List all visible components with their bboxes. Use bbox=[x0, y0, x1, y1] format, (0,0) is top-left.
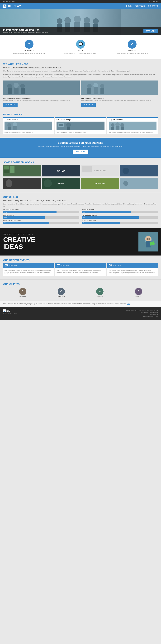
svg-rect-44 bbox=[4, 170, 9, 173]
creative-svg bbox=[138, 232, 158, 252]
skill-video-fill: 50% bbox=[82, 222, 120, 224]
svg-rect-13 bbox=[8, 88, 12, 94]
nav-portfolio[interactable]: PORTFOLIO bbox=[135, 3, 145, 9]
advice-svg-3 bbox=[109, 122, 156, 130]
svg-rect-37 bbox=[112, 127, 114, 130]
useful-advice-title: USEFUL ADVICE bbox=[3, 113, 158, 116]
advice-card-1: AEN EAN AUCTOR Litur et consecteltur edi… bbox=[3, 117, 54, 134]
work-thumb-6[interactable]: Creative Ide... bbox=[42, 178, 80, 189]
work-thumb-2[interactable]: SATLO bbox=[42, 165, 80, 176]
googleplus-icon[interactable]: g+ bbox=[153, 1, 154, 2]
svg-point-21 bbox=[94, 83, 98, 88]
svg-point-33 bbox=[66, 122, 71, 127]
nav-contacts[interactable]: CONTACTS bbox=[148, 3, 158, 9]
advice-text-3: Mauris fermentum dictum magna. Sed laore… bbox=[109, 132, 156, 133]
skill-video-label: VIDEO PRODUCTION / bbox=[82, 220, 158, 221]
twitter-icon[interactable]: t bbox=[149, 1, 150, 2]
svg-point-26 bbox=[8, 123, 11, 127]
advice-svg-1 bbox=[4, 122, 52, 130]
work-image-1 bbox=[3, 80, 80, 95]
advice-img-3 bbox=[109, 122, 156, 130]
skill-web-dev-pct: 70% bbox=[4, 212, 6, 213]
svg-rect-32 bbox=[59, 124, 63, 126]
svg-point-36 bbox=[111, 123, 114, 127]
skill-photography-track: 55% bbox=[3, 216, 79, 219]
svg-point-58 bbox=[123, 181, 128, 186]
client-comfort-name: COMFORT bbox=[58, 296, 65, 298]
skill-php: PHP DEVELOPMENT / 75% bbox=[82, 214, 158, 219]
svg-rect-22 bbox=[94, 88, 98, 94]
we-work-section: WE WORK FOR YOU! LOREM IPSUM DOLOR SIT A… bbox=[0, 60, 161, 110]
nav-home[interactable]: HOME bbox=[126, 3, 132, 9]
work-thumb-1[interactable] bbox=[3, 165, 41, 176]
svg-rect-27 bbox=[8, 127, 11, 130]
client-cambree-icon: C bbox=[19, 288, 26, 295]
thumb-label-3: MARTIN JOHNSON bbox=[94, 170, 106, 172]
strategies-label: STRATEGIES bbox=[5, 50, 53, 52]
event-month-3: APRIL 2014 bbox=[113, 265, 121, 266]
event-day-3: 08 bbox=[109, 264, 112, 267]
thumb-svg-5 bbox=[3, 178, 41, 189]
svg-point-19 bbox=[87, 84, 92, 88]
feature-success: ✔ SUCCESS Consecteltur adipiscing elit M… bbox=[106, 38, 158, 56]
event-body-2: Mauris fringilla miam dictum aliqua. Fus… bbox=[55, 268, 106, 274]
skills-col-right: GRAPHIC DESIGN / 65% PHP DEVELOPMENT / 7… bbox=[82, 209, 158, 225]
skill-mobile-label: MOBILE & WEB DESIGN / bbox=[3, 220, 79, 221]
work-images bbox=[3, 80, 158, 95]
work-col-1: MAURIS FERMENTUM DICTUM MAGNA Fusc risu,… bbox=[3, 98, 80, 106]
linkedin-icon[interactable]: in bbox=[150, 1, 152, 2]
svg-point-50 bbox=[122, 168, 129, 174]
skill-photography: PHOTOGRAPHY / 55% bbox=[3, 214, 79, 219]
event-card-2: 07 APRIL 2014 Mauris fringilla miam dict… bbox=[55, 263, 106, 276]
event-day-1: 05 bbox=[4, 264, 8, 267]
feature-support: 💬 SUPPORT Lorem ipsum dolor sit amet con… bbox=[55, 38, 106, 56]
rss-icon[interactable]: rss bbox=[156, 1, 158, 2]
skills-title: OUR SKILLS bbox=[3, 196, 158, 198]
support-desc: Lorem ipsum dolor sit amet consecteltur … bbox=[56, 52, 105, 54]
work-thumb-3[interactable]: MARTIN JOHNSON bbox=[81, 165, 119, 176]
client-writex: W WRITEX bbox=[96, 288, 104, 298]
creative-title: CREATIVE IDEAS bbox=[3, 236, 135, 250]
work-col2-title: SED LAOREET ALIQUAM LEO UTT bbox=[81, 98, 158, 99]
skill-web-dev-label: WEB DEVELOPMENT / bbox=[3, 209, 79, 210]
feature-strategies: ⚙ STRATEGIES Praesent tristique ut erat … bbox=[3, 38, 55, 56]
svg-point-14 bbox=[14, 83, 19, 88]
skill-mobile: MOBILE & WEB DESIGN / 60% bbox=[3, 220, 79, 224]
footer-email-link[interactable]: here bbox=[127, 303, 130, 304]
good-solutions-section: GOOD SOLUTIONS FOR YOUR BUSINESS Mauris … bbox=[0, 138, 161, 158]
footer-logo-box: D bbox=[3, 310, 6, 312]
event-card-3: 08 APRIL 2014 Duis sit amet, inditur lib… bbox=[108, 263, 158, 276]
skill-php-fill: 75% bbox=[82, 216, 139, 219]
advice-row: AEN EAN AUCTOR Litur et consecteltur edi… bbox=[3, 117, 158, 134]
good-solutions-cta[interactable]: READ MORE bbox=[72, 150, 88, 154]
work-thumb-8[interactable] bbox=[120, 178, 158, 189]
work-image-2 bbox=[81, 80, 158, 95]
creative-line2: IDEAS bbox=[3, 243, 23, 250]
creative-image bbox=[138, 232, 158, 252]
advice-tag-2: WIS LET URNA LIQU bbox=[56, 119, 104, 120]
checkmark-icon: ✔ bbox=[128, 40, 136, 48]
work-thumb-7[interactable]: Utah National Uni bbox=[81, 178, 119, 189]
footer-phone1: FREEPHONE: + 800 516 0994 bbox=[126, 311, 158, 314]
work-thumb-5[interactable] bbox=[3, 178, 41, 189]
creative-tagline: THE NEXT LEVEL OF YOUR SUCCESS bbox=[3, 234, 135, 235]
svg-rect-39 bbox=[116, 126, 120, 130]
skill-graphic-fill: 65% bbox=[82, 211, 131, 213]
work-thumb-4[interactable] bbox=[120, 165, 158, 176]
skill-photography-pct: 55% bbox=[4, 217, 6, 218]
work-read-more-1[interactable]: READ MORE bbox=[3, 103, 18, 106]
we-work-title: WE WORK FOR YOU! bbox=[3, 63, 158, 65]
footer-email-text: You're receiving this email because you … bbox=[3, 303, 126, 304]
hero-cta-button[interactable]: READ MORE bbox=[144, 29, 158, 33]
svg-rect-35 bbox=[109, 122, 156, 130]
good-solutions-subtitle: Mauris fermentum dictum magna. Sed laore… bbox=[3, 146, 158, 147]
gear-icon: ⚙ bbox=[25, 40, 34, 48]
logo[interactable]: D DISPLAY bbox=[3, 3, 21, 9]
svg-rect-24 bbox=[100, 88, 104, 94]
skill-graphic-track: 65% bbox=[82, 211, 158, 213]
work-read-more-2[interactable]: READ MORE bbox=[81, 103, 96, 106]
svg-rect-15 bbox=[14, 88, 18, 94]
facebook-icon[interactable]: f bbox=[148, 1, 148, 2]
footer: D DIS © 2014 PRIVACY POLICY 9876 NY VINC… bbox=[0, 307, 161, 320]
strategies-desc: Praesent tristique ut erat consecteltur … bbox=[5, 52, 53, 54]
